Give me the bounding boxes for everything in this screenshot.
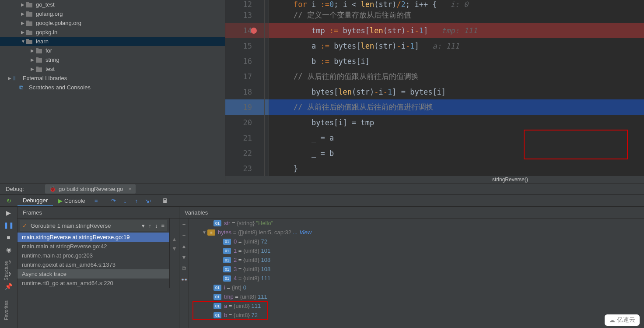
fold-gutter[interactable] [265, 0, 269, 7]
expand-arrow-icon[interactable]: ▶ [21, 2, 26, 7]
variable-row[interactable]: 01a = {uint8} 111 [199, 301, 312, 310]
variable-row[interactable]: 01i = {int} 0 [199, 283, 312, 292]
favorites-tool-tab[interactable]: Favorites [0, 298, 9, 323]
fold-gutter[interactable] [265, 38, 269, 53]
code-line[interactable]: 19 // 从前往后的值跟从后往前的值进行调换 [225, 99, 644, 115]
prev-frame-icon[interactable]: ↑ [148, 222, 151, 229]
resume-button[interactable]: ▶ [0, 207, 17, 219]
move-up-button[interactable]: ▲ [181, 243, 187, 250]
async-stack-frame[interactable]: runtime.rt0_go at asm_amd64.s:220 [18, 279, 169, 288]
code-line[interactable]: 15 a := bytes[len(str)-i-1] a: 111 [225, 38, 644, 53]
move-down-button[interactable]: ▼ [181, 254, 187, 261]
goroutine-selector[interactable]: ✓ Goroutine 1 main.stringReverse ▾ ↑ ↓ ≡ [20, 220, 167, 231]
expand-arrow-icon[interactable]: ▶ [21, 11, 26, 16]
code-content[interactable]: tmp := bytes[len(str)-i-1] tmp: 111 [269, 23, 644, 38]
tree-item-test[interactable]: ▶test [0, 64, 225, 74]
rerun-button[interactable]: ↻ [0, 195, 18, 207]
code-content[interactable]: } [269, 161, 644, 176]
gutter[interactable]: 16 [225, 53, 265, 69]
expand-arrow-icon[interactable]: ▶ [31, 57, 36, 62]
fold-gutter[interactable] [265, 7, 269, 23]
expand-arrow-icon[interactable]: ▼ [21, 39, 26, 44]
gutter[interactable]: 20 [225, 115, 265, 130]
run-to-cursor-button[interactable]: ↘I [142, 195, 154, 207]
tree-item-learn[interactable]: ▼learn [0, 37, 225, 46]
gutter[interactable]: 19 [225, 99, 265, 115]
gutter[interactable]: 23 [225, 161, 265, 176]
variable-row[interactable]: 01str = {string} "Hello" [199, 219, 312, 228]
code-line[interactable]: 12for i := 0; i < len(str)/2; i++ { i: 0 [225, 0, 644, 7]
add-watch-button[interactable]: + [182, 221, 186, 228]
code-content[interactable]: _ = b [269, 145, 644, 161]
expand-arrow-icon[interactable]: ▶ [21, 30, 26, 35]
tree-item-for[interactable]: ▶for [0, 46, 225, 55]
tree-item-go_test[interactable]: ▶go_test [0, 0, 225, 9]
variable-row[interactable]: 012 = {uint8} 108 [199, 255, 312, 265]
fold-gutter[interactable] [265, 69, 269, 84]
close-icon[interactable]: × [128, 186, 132, 192]
structure-tool-tab[interactable]: Structure [0, 258, 9, 283]
copy-button[interactable]: ⧉ [182, 265, 186, 272]
gutter[interactable]: 17 [225, 69, 265, 84]
code-content[interactable]: b := bytes[i] [269, 53, 644, 69]
fold-gutter[interactable] [265, 84, 269, 99]
variable-row[interactable]: ▼≡bytes = {[]uint8} len:5, cap:32 ... Vi… [199, 228, 312, 237]
code-content[interactable]: a := bytes[len(str)-i-1] a: 111 [269, 38, 644, 53]
variable-row[interactable]: 01tmp = {uint8} 111 [199, 292, 312, 301]
step-into-button[interactable]: ↓ [119, 195, 131, 207]
tree-item-google-golang-org[interactable]: ▶google.golang.org [0, 18, 225, 28]
variable-row[interactable]: 013 = {uint8} 108 [199, 265, 312, 274]
glasses-icon[interactable]: 👓 [181, 276, 188, 283]
threads-icon[interactable]: ≡ [91, 195, 102, 207]
project-tree[interactable]: ▶go_test▶golang.org▶google.golang.org▶go… [0, 0, 225, 183]
gutter[interactable]: 14 [225, 23, 265, 38]
code-content[interactable]: bytes[len(str)-i-1] = bytes[i] [269, 84, 644, 99]
expand-arrow-icon[interactable]: ▶ [21, 21, 26, 25]
tree-item-string[interactable]: ▶string [0, 55, 225, 64]
gutter[interactable]: 15 [225, 38, 265, 53]
code-line[interactable]: 21 _ = a [225, 130, 644, 145]
debugger-tab[interactable]: Debugger [18, 195, 53, 206]
step-over-button[interactable]: ↷ [108, 195, 119, 207]
variable-row[interactable]: 011 = {uint8} 101 [199, 246, 312, 255]
code-line[interactable]: 18 bytes[len(str)-i-1] = bytes[i] [225, 84, 644, 99]
code-line[interactable]: 17 // 从后往前的值跟从前往后的值调换 [225, 69, 644, 84]
code-content[interactable]: // 定义一个变量存放从后往前的值 [269, 7, 644, 23]
expand-arrow-icon[interactable]: ▶ [31, 48, 36, 53]
code-line[interactable]: 23} [225, 161, 644, 176]
filter-icon[interactable]: ≡ [161, 222, 164, 229]
expand-arrow-icon[interactable]: ▶ [8, 76, 13, 81]
debug-run-tab[interactable]: 🐞 go build stringReverse.go × [45, 184, 136, 194]
code-line[interactable]: 22 _ = b [225, 145, 644, 161]
tree-item-scratches-and-consoles[interactable]: ⧉Scratches and Consoles [0, 83, 225, 92]
expand-arrow-icon[interactable]: ▶ [31, 67, 36, 71]
fold-gutter[interactable] [265, 115, 269, 130]
code-content[interactable]: // 从前往后的值跟从后往前的值进行调换 [269, 99, 644, 115]
stack-frame[interactable]: main.stringReverse at stringReverse.go:1… [18, 233, 169, 242]
tree-item-gopkg-in[interactable]: ▶gopkg.in [0, 28, 225, 37]
code-editor[interactable]: 12for i := 0; i < len(str)/2; i++ { i: 0… [225, 0, 644, 183]
code-content[interactable]: // 从后往前的值跟从前往后的值调换 [269, 69, 644, 84]
gutter[interactable]: 18 [225, 84, 265, 99]
fold-gutter[interactable] [265, 23, 269, 38]
stack-frame[interactable]: main.main at stringReverse.go:42 [18, 242, 169, 251]
breakpoints-button[interactable]: ◉ [0, 243, 17, 256]
tree-item-golang-org[interactable]: ▶golang.org [0, 9, 225, 18]
variable-row[interactable]: 014 = {uint8} 111 [199, 274, 312, 283]
variable-row[interactable]: 010 = {uint8} 72 [199, 237, 312, 246]
fold-gutter[interactable] [265, 99, 269, 115]
code-line[interactable]: 14 tmp := bytes[len(str)-i-1] tmp: 111 [225, 23, 644, 38]
console-tab[interactable]: ▶ Console [53, 195, 91, 206]
step-out-button[interactable]: ↑ [131, 195, 142, 207]
remove-watch-button[interactable]: − [182, 232, 186, 239]
gutter[interactable]: 21 [225, 130, 265, 145]
code-content[interactable]: bytes[i] = tmp [269, 115, 644, 130]
fold-gutter[interactable] [265, 130, 269, 145]
dropdown-icon[interactable]: ▾ [142, 222, 145, 229]
expand-arrow-icon[interactable]: ▼ [202, 230, 207, 235]
fold-gutter[interactable] [265, 145, 269, 161]
stack-frame[interactable]: runtime.goexit at asm_amd64.s:1373 [18, 260, 169, 269]
stack-frame[interactable]: runtime.main at proc.go:203 [18, 251, 169, 260]
variable-row[interactable]: 01b = {uint8} 72 [199, 310, 312, 320]
code-content[interactable]: _ = a [269, 130, 644, 145]
